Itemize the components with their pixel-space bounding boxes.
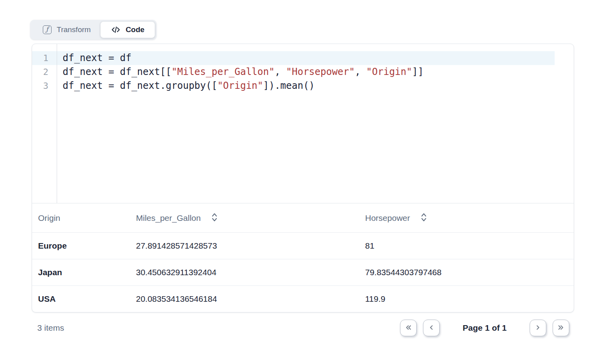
table-row: Europe27.89142857142857381	[32, 232, 574, 259]
function-icon: ƒ	[43, 25, 52, 34]
sort-chevrons-icon	[211, 212, 218, 224]
previous-page-button[interactable]	[423, 320, 440, 336]
tab-code[interactable]: Code	[100, 21, 155, 38]
line-number: 3	[32, 79, 57, 93]
value-cell-miles_per_gallon: 20.083534136546184	[130, 294, 359, 304]
column-header-label: Horsepower	[365, 213, 410, 223]
value-cell-horsepower: 79.83544303797468	[359, 268, 574, 277]
code-line[interactable]: df_next = df_next.groupby(["Origin"]).me…	[57, 79, 574, 93]
column-header-label: Origin	[38, 213, 60, 223]
items-count: 3 items	[37, 323, 64, 333]
column-header-origin: Origin	[32, 213, 130, 223]
code-token: ]]	[412, 66, 423, 77]
sort-button-horsepower[interactable]	[420, 212, 428, 224]
string-token: "Horsepower"	[286, 66, 355, 77]
code-line[interactable]: df_next = df_next[["Miles_per_Gallon", "…	[57, 65, 574, 79]
string-token: "Origin"	[217, 80, 263, 91]
row-label-cell: Japan	[32, 268, 130, 277]
chevron-left-icon	[427, 323, 436, 333]
sort-chevrons-icon	[420, 212, 428, 224]
row-label-cell: USA	[32, 294, 130, 304]
column-header-miles_per_gallon: Miles_per_Gallon	[130, 212, 359, 224]
line-number: 1	[32, 51, 57, 65]
tab-code-label: Code	[126, 25, 145, 34]
code-and-result-panel: 123 df_next = dfdf_next = df_next[["Mile…	[32, 44, 574, 312]
table-header-row: OriginMiles_per_GallonHorsepower	[32, 203, 574, 232]
code-lines: df_next = dfdf_next = df_next[["Miles_pe…	[57, 44, 574, 203]
page-indicator: Page 1 of 1	[463, 323, 507, 333]
code-token: ,	[275, 66, 286, 77]
code-token: df_next = df_next[[	[63, 66, 172, 77]
double-chevron-right-icon	[557, 323, 565, 333]
pagination: Page 1 of 1	[400, 320, 569, 336]
code-token: df_next = df	[63, 52, 131, 63]
column-header-horsepower: Horsepower	[359, 212, 574, 224]
code-editor[interactable]: 123 df_next = dfdf_next = df_next[["Mile…	[32, 44, 574, 203]
value-cell-miles_per_gallon: 30.450632911392404	[130, 268, 359, 277]
value-cell-horsepower: 119.9	[359, 294, 574, 304]
table-body: Europe27.89142857142857381Japan30.450632…	[32, 232, 574, 312]
sort-button-miles_per_gallon[interactable]	[211, 212, 218, 224]
last-page-button[interactable]	[553, 320, 569, 336]
first-page-button[interactable]	[400, 320, 417, 336]
string-token: "Origin"	[366, 66, 412, 77]
string-token: "Miles_per_Gallon"	[172, 66, 275, 77]
table-footer: 3 items Page 1 of 1	[32, 312, 574, 344]
value-cell-horsepower: 81	[359, 241, 574, 251]
code-token: ,	[355, 66, 366, 77]
table-row: USA20.083534136546184119.9	[32, 285, 574, 312]
line-number-gutter: 123	[32, 44, 57, 203]
next-page-button[interactable]	[530, 320, 546, 336]
row-label-cell: Europe	[32, 241, 130, 251]
code-icon	[111, 25, 121, 34]
line-number: 2	[32, 65, 57, 79]
view-mode-tabbar: ƒ Transform Code	[30, 20, 157, 40]
code-token: df_next = df_next.groupby([	[63, 80, 217, 91]
value-cell-miles_per_gallon: 27.891428571428573	[130, 241, 359, 251]
table-row: Japan30.45063291139240479.83544303797468	[32, 259, 574, 285]
tab-transform[interactable]: ƒ Transform	[32, 21, 100, 38]
code-token: ]).mean()	[263, 80, 315, 91]
column-header-label: Miles_per_Gallon	[136, 213, 201, 223]
code-line[interactable]: df_next = df	[57, 51, 574, 65]
chevron-right-icon	[534, 323, 542, 333]
double-chevron-left-icon	[404, 323, 413, 333]
tab-transform-label: Transform	[57, 25, 91, 34]
